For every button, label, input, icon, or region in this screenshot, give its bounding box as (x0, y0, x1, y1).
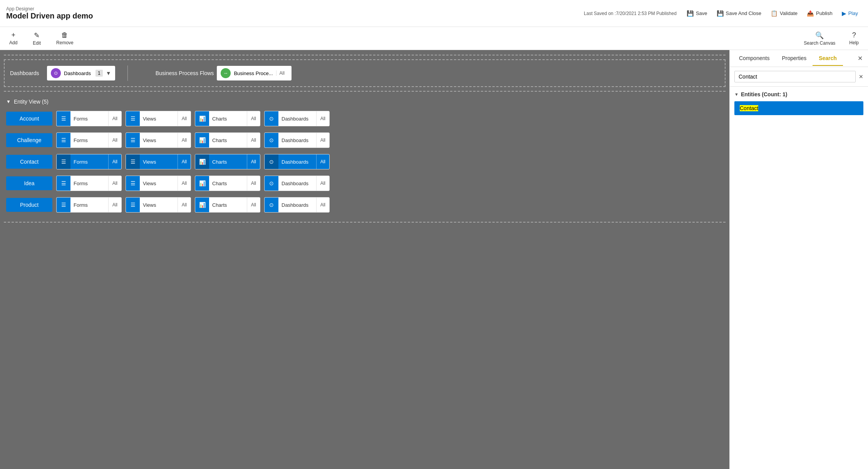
help-label: Help (849, 40, 859, 45)
component-all-button[interactable]: All (316, 176, 329, 191)
header-actions: Last Saved on :7/20/2021 2:53 PM Publish… (584, 8, 862, 19)
search-input[interactable] (734, 71, 856, 82)
component-pill-charts[interactable]: 📊ChartsAll (195, 132, 260, 148)
component-all-button[interactable]: All (108, 111, 121, 126)
component-pill-charts[interactable]: 📊ChartsAll (195, 154, 260, 169)
views-icon: ☰ (126, 154, 140, 169)
save-and-close-button[interactable]: 💾 Save And Close (713, 8, 766, 19)
component-all-button[interactable]: All (108, 198, 121, 212)
search-bar: ✕ (730, 67, 868, 87)
add-label: Add (9, 40, 17, 45)
component-pill-views[interactable]: ☰ViewsAll (126, 176, 191, 191)
publish-icon: 📤 (807, 10, 814, 17)
app-designer-label: App Designer (6, 6, 93, 12)
save-icon: 💾 (687, 10, 694, 17)
component-pill-charts[interactable]: 📊ChartsAll (195, 111, 260, 126)
entity-name-button-challenge[interactable]: Challenge (6, 133, 52, 147)
component-all-button[interactable]: All (247, 111, 260, 126)
play-button[interactable]: ▶ Play (838, 8, 862, 19)
component-pill-forms[interactable]: ☰FormsAll (56, 154, 122, 169)
component-all-button[interactable]: All (178, 133, 191, 147)
saved-info: Last Saved on :7/20/2021 2:53 PM Publish… (584, 11, 677, 16)
component-pill-dashboards[interactable]: ⊙DashboardsAll (264, 154, 330, 169)
component-pill-dashboards[interactable]: ⊙DashboardsAll (264, 111, 330, 126)
entity-name-button-account[interactable]: Account (6, 112, 52, 126)
tab-components[interactable]: Components (733, 51, 776, 66)
component-label: Charts (209, 181, 247, 186)
component-pill-dashboards[interactable]: ⊙DashboardsAll (264, 132, 330, 148)
component-all-button[interactable]: All (108, 154, 121, 169)
save-button[interactable]: 💾 Save (683, 8, 711, 19)
add-button[interactable]: + Add (6, 30, 20, 47)
entity-rows: Account☰FormsAll☰ViewsAll📊ChartsAll⊙Dash… (6, 111, 723, 213)
component-all-button[interactable]: All (178, 176, 191, 191)
search-clear-button[interactable]: ✕ (859, 74, 863, 80)
entity-name-button-idea[interactable]: Idea (6, 176, 52, 190)
main-layout: Dashboards ⊙ Dashboards 1 ▼ Business Pro… (0, 50, 868, 469)
component-pill-forms[interactable]: ☰FormsAll (56, 111, 122, 126)
component-pill-charts[interactable]: 📊ChartsAll (195, 197, 260, 213)
charts-icon: 📊 (195, 198, 209, 212)
views-icon: ☰ (126, 176, 140, 191)
bpf-label: Business Process Flows (156, 70, 214, 76)
entity-view-header[interactable]: ▼ Entity View (5) (6, 99, 723, 105)
remove-label: Remove (56, 40, 74, 45)
bpf-icon: ↔ (221, 68, 231, 78)
entity-name-button-product[interactable]: Product (6, 198, 52, 212)
component-pill-forms[interactable]: ☰FormsAll (56, 197, 122, 213)
component-pill-views[interactable]: ☰ViewsAll (126, 197, 191, 213)
component-pill-views[interactable]: ☰ViewsAll (126, 154, 191, 169)
entity-name-button-contact[interactable]: Contact (6, 155, 52, 169)
component-label: Views (140, 181, 178, 186)
component-label: Forms (70, 181, 108, 186)
component-all-button[interactable]: All (108, 133, 121, 147)
search-result-contact[interactable]: Contact (734, 101, 863, 115)
component-pill-views[interactable]: ☰ViewsAll (126, 111, 191, 126)
search-canvas-button[interactable]: 🔍 Search Canvas (801, 30, 838, 47)
component-all-button[interactable]: All (178, 198, 191, 212)
component-all-button[interactable]: All (247, 154, 260, 169)
component-label: Dashboards (278, 116, 316, 122)
charts-icon: 📊 (195, 133, 209, 147)
entity-row: Account☰FormsAll☰ViewsAll📊ChartsAll⊙Dash… (6, 111, 723, 126)
canvas-area[interactable]: Dashboards ⊙ Dashboards 1 ▼ Business Pro… (0, 50, 729, 469)
dashboards-pill[interactable]: ⊙ Dashboards 1 ▼ (47, 66, 115, 80)
validate-button[interactable]: 📋 Validate (767, 8, 801, 19)
component-all-button[interactable]: All (316, 111, 329, 126)
component-pill-charts[interactable]: 📊ChartsAll (195, 176, 260, 191)
bpf-all[interactable]: All (276, 70, 288, 76)
component-all-button[interactable]: All (247, 198, 260, 212)
remove-button[interactable]: 🗑 Remove (53, 30, 77, 47)
component-all-button[interactable]: All (178, 154, 191, 169)
add-icon: + (11, 31, 15, 39)
dashboards-section: Dashboards ⊙ Dashboards 1 ▼ Business Pro… (4, 59, 726, 87)
component-all-button[interactable]: All (247, 176, 260, 191)
component-label: Charts (209, 137, 247, 143)
entities-results-section: ▼ Entities (Count: 1) Contact (730, 87, 868, 120)
component-pill-forms[interactable]: ☰FormsAll (56, 132, 122, 148)
component-all-button[interactable]: All (316, 198, 329, 212)
dashboards-icon: ⊙ (265, 111, 278, 126)
component-pill-dashboards[interactable]: ⊙DashboardsAll (264, 176, 330, 191)
entities-header[interactable]: ▼ Entities (Count: 1) (734, 91, 863, 97)
search-canvas-icon: 🔍 (815, 31, 824, 40)
component-label: Forms (70, 202, 108, 208)
publish-button[interactable]: 📤 Publish (803, 8, 836, 19)
component-all-button[interactable]: All (178, 111, 191, 126)
component-pill-dashboards[interactable]: ⊙DashboardsAll (264, 197, 330, 213)
bpf-pill[interactable]: ↔ Business Proce... All (217, 66, 292, 80)
forms-icon: ☰ (57, 111, 70, 126)
component-all-button[interactable]: All (316, 133, 329, 147)
help-button[interactable]: ? Help (846, 30, 862, 47)
component-pill-views[interactable]: ☰ViewsAll (126, 132, 191, 148)
component-pill-forms[interactable]: ☰FormsAll (56, 176, 122, 191)
tab-search[interactable]: Search (813, 51, 843, 66)
component-all-button[interactable]: All (247, 133, 260, 147)
dashboards-arrow-icon[interactable]: ▼ (106, 70, 111, 76)
component-all-button[interactable]: All (316, 154, 329, 169)
dashboards-icon: ⊙ (265, 198, 278, 212)
tab-properties[interactable]: Properties (776, 51, 813, 66)
panel-close-button[interactable]: ✕ (855, 52, 865, 64)
component-all-button[interactable]: All (108, 176, 121, 191)
edit-button[interactable]: ✎ Edit (30, 30, 44, 47)
